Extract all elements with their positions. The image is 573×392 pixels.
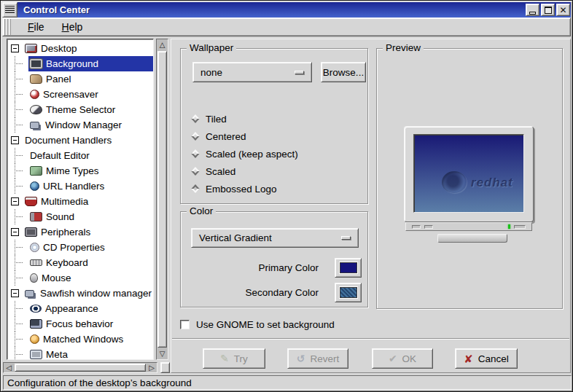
radio-tiled[interactable]: Tiled xyxy=(191,110,362,128)
sidebar-item-keyboard[interactable]: Keyboard xyxy=(7,255,153,270)
title-bar[interactable]: Control Center ✕ xyxy=(17,2,571,17)
scroll-left-icon[interactable]: ◁ xyxy=(4,363,14,372)
close-button[interactable]: ✕ xyxy=(556,4,570,16)
wallpaper-file-dropdown[interactable]: none xyxy=(192,62,312,82)
color-group: Color Vertical Gradient Primary Color Se… xyxy=(180,211,368,307)
expander-minus-icon[interactable] xyxy=(11,289,19,297)
keyboard-icon xyxy=(30,259,42,266)
pencil-icon xyxy=(220,353,229,364)
sidebar-item-cd-properties[interactable]: CD Properties xyxy=(7,240,153,255)
vertical-scroll-thumb[interactable] xyxy=(157,51,167,348)
sidebar-item-multimedia[interactable]: Multimedia xyxy=(7,194,153,209)
wallpaper-file-value: none xyxy=(200,67,222,78)
desktop-icon xyxy=(25,44,37,53)
sidebar-item-url-handlers[interactable]: URL Handlers xyxy=(7,179,153,194)
background-capplet-panel: Wallpaper none Browse... TiledCenteredSc… xyxy=(171,39,571,373)
tree-line xyxy=(11,163,28,179)
try-button[interactable]: Try xyxy=(203,348,265,369)
tree-line xyxy=(11,209,28,224)
gradient-type-value: Vertical Gradient xyxy=(199,232,272,243)
primary-color-swatch[interactable] xyxy=(335,258,362,278)
sidebar-item-screensaver[interactable]: Screensaver xyxy=(7,87,153,102)
winmgr-icon xyxy=(30,122,39,129)
scroll-up-icon[interactable]: △ xyxy=(157,39,167,50)
sidebar-item-matched-windows[interactable]: Matched Windows xyxy=(7,332,153,347)
use-gnome-label: Use GNOME to set background xyxy=(196,319,335,330)
sidebar-item-default-editor[interactable]: Default Editor xyxy=(7,148,153,163)
wallpaper-layout-radios: TiledCenteredScaled (keep aspect)ScaledE… xyxy=(191,110,362,197)
status-bar: Configuration of the desktop’s backgroun… xyxy=(3,375,572,390)
redhat-logo-text: redhat xyxy=(471,176,513,190)
minimize-button[interactable] xyxy=(526,4,539,16)
use-gnome-checkbox-row[interactable]: Use GNOME to set background xyxy=(180,319,335,330)
sidebar-item-panel[interactable]: Panel xyxy=(7,71,153,87)
tree-line xyxy=(11,316,28,332)
status-text: Configuration of the desktop’s backgroun… xyxy=(7,377,192,388)
primary-color-label: Primary Color xyxy=(258,262,319,273)
radio-scaled-keep-aspect[interactable]: Scaled (keep aspect) xyxy=(191,145,362,162)
sidebar-item-window-manager[interactable]: Window Manager xyxy=(7,117,153,133)
menubar-grip-handle[interactable] xyxy=(4,19,11,35)
sidebar-item-desktop[interactable]: Desktop xyxy=(7,41,153,56)
radio-label: Scaled (keep aspect) xyxy=(206,149,298,160)
tree-line xyxy=(11,102,28,117)
radio-scaled[interactable]: Scaled xyxy=(191,162,362,180)
focus-icon xyxy=(30,319,42,329)
cancel-button[interactable]: Cancel xyxy=(455,348,518,369)
sidebar-item-label: Appearance xyxy=(45,303,98,314)
mime-icon xyxy=(30,166,42,176)
sidebar-item-peripherals[interactable]: Peripherals xyxy=(7,224,153,240)
maximize-button[interactable] xyxy=(541,4,555,16)
sidebar-item-meta[interactable]: Meta xyxy=(7,347,153,360)
primary-color-fill xyxy=(340,262,357,273)
monitor-button-icon xyxy=(424,225,433,229)
ok-icon xyxy=(389,353,397,364)
horizontal-scroll-thumb[interactable] xyxy=(15,364,146,372)
expander-minus-icon[interactable] xyxy=(11,228,19,236)
monitor-button-icon xyxy=(514,225,526,229)
expander-minus-icon[interactable] xyxy=(11,44,19,52)
sidebar-item-label: CD Properties xyxy=(43,242,105,253)
tree-line xyxy=(11,301,28,316)
sidebar-item-background[interactable]: Background xyxy=(7,56,153,71)
sidebar-item-focus-behavior[interactable]: Focus behavior xyxy=(7,316,153,332)
preview-group: Preview redhat xyxy=(376,48,563,309)
secondary-color-label: Secondary Color xyxy=(245,287,319,298)
sidebar-item-sawfish-window-manager[interactable]: Sawfish window manager xyxy=(7,286,153,301)
window-menu-button[interactable] xyxy=(2,2,17,17)
multimedia-icon xyxy=(25,197,37,206)
radio-diamond-icon xyxy=(191,114,199,122)
gradient-type-dropdown[interactable]: Vertical Gradient xyxy=(191,228,359,248)
ok-button[interactable]: OK xyxy=(372,348,433,369)
wallpaper-legend: Wallpaper xyxy=(187,42,236,53)
sidebar-item-label: Multimedia xyxy=(41,196,88,207)
secondary-color-swatch[interactable] xyxy=(335,283,362,302)
action-separator xyxy=(172,338,569,340)
maximize-icon xyxy=(545,7,552,14)
sidebar-item-mouse[interactable]: Mouse xyxy=(7,270,153,286)
use-gnome-checkbox[interactable] xyxy=(180,320,190,329)
sidebar-item-label: Document Handlers xyxy=(25,135,112,146)
sidebar-item-sound[interactable]: Sound xyxy=(7,209,153,224)
menu-file[interactable]: File xyxy=(20,19,52,35)
scrollbar-corner xyxy=(160,362,170,373)
panel-icon xyxy=(30,74,42,84)
secondary-color-fill xyxy=(340,287,357,298)
browse-button[interactable]: Browse... xyxy=(321,62,366,82)
radio-embossed-logo[interactable]: Embossed Logo xyxy=(191,180,362,197)
scroll-right-icon[interactable]: ▷ xyxy=(147,363,157,372)
revert-button-label: Revert xyxy=(310,353,339,364)
revert-button[interactable]: Revert xyxy=(287,348,348,369)
scroll-down-icon[interactable]: ▽ xyxy=(157,348,167,359)
sidebar-item-label: Matched Windows xyxy=(43,334,123,345)
radio-label: Embossed Logo xyxy=(206,184,277,195)
expander-minus-icon[interactable] xyxy=(11,197,19,205)
radio-centered[interactable]: Centered xyxy=(191,128,362,145)
expander-minus-icon[interactable] xyxy=(11,136,19,144)
menu-help[interactable]: Help xyxy=(55,19,90,35)
sidebar-item-theme-selector[interactable]: Theme Selector xyxy=(7,102,153,117)
sidebar-item-document-handlers[interactable]: Document Handlers xyxy=(7,133,153,148)
sidebar-item-appearance[interactable]: Appearance xyxy=(7,301,153,316)
sidebar-item-mime-types[interactable]: Mime Types xyxy=(7,163,153,179)
control-center-window: Control Center ✕ File Help DesktopBackgr… xyxy=(0,0,573,392)
